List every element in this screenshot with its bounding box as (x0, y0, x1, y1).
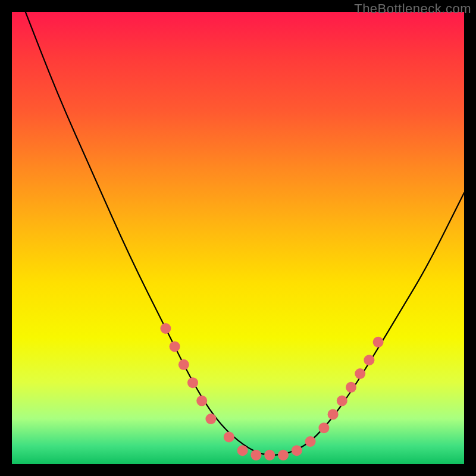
data-marker (373, 337, 384, 347)
data-marker (292, 445, 302, 456)
curve-svg (12, 12, 464, 464)
watermark-text: TheBottleneck.com (354, 1, 471, 17)
data-marker (178, 359, 189, 370)
data-marker (278, 450, 289, 461)
data-marker (224, 431, 234, 442)
data-marker (205, 414, 216, 424)
data-marker (187, 377, 198, 388)
data-marker (364, 355, 374, 365)
plot-area (12, 12, 464, 464)
data-marker (328, 409, 339, 419)
data-marker (337, 396, 347, 406)
data-marker (305, 436, 316, 447)
data-marker (237, 445, 248, 456)
data-marker (346, 382, 356, 393)
data-marker (170, 341, 180, 352)
data-marker (355, 368, 365, 379)
data-marker (196, 396, 207, 406)
data-marker (318, 422, 329, 433)
data-marker (264, 450, 275, 461)
marker-group (160, 323, 383, 461)
data-marker (250, 450, 261, 461)
chart-frame: TheBottleneck.com (0, 0, 476, 476)
data-marker (160, 323, 171, 334)
bottleneck-curve (26, 12, 464, 455)
